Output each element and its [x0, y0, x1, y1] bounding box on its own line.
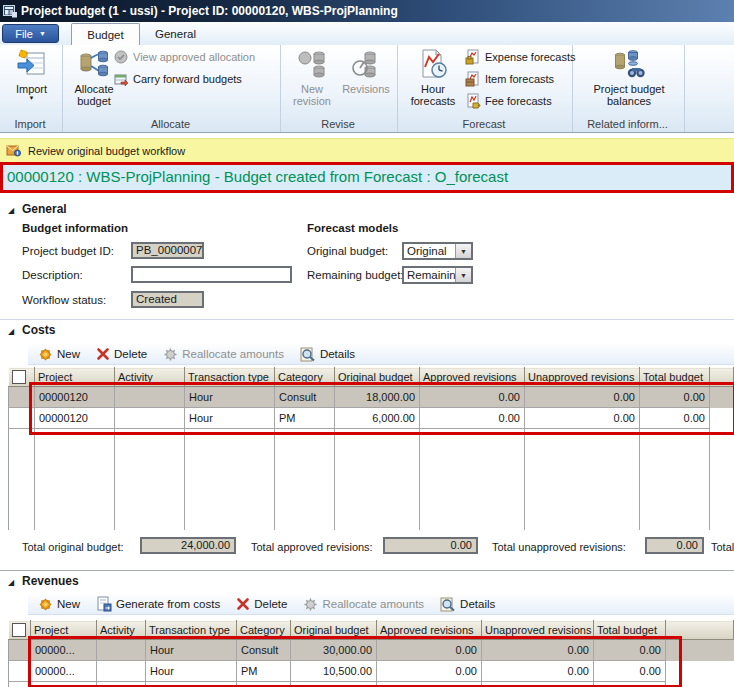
reallocate-amounts-icon: [163, 347, 178, 362]
costs-collapse-icon[interactable]: ◢: [8, 327, 14, 336]
carry-forward-budgets-label: Carry forward budgets: [133, 73, 242, 85]
section-divider: [0, 319, 734, 320]
revenues-section-header[interactable]: Revenues: [22, 574, 79, 588]
column-header-project[interactable]: Project: [31, 621, 97, 640]
workflow-status-label: Workflow status:: [22, 294, 106, 306]
delete-icon: [96, 347, 110, 361]
generate-from-costs-icon: [96, 596, 112, 612]
row-selector[interactable]: [9, 661, 31, 682]
revenues-row-1[interactable]: 00000... HourConsult 30,000.000.00 0.000…: [9, 640, 734, 661]
generate-from-costs-label: Generate from costs: [116, 598, 220, 610]
column-header-unapproved-revisions[interactable]: Unapproved revisions: [482, 621, 594, 640]
revenues-grid[interactable]: Project Activity Transaction type Catego…: [8, 620, 734, 687]
column-header-activity[interactable]: Activity: [97, 621, 146, 640]
column-header-filler: [666, 621, 734, 640]
total-original-budget-field: 24,000.00: [140, 537, 236, 554]
revenues-grid-empty-area[interactable]: [9, 682, 734, 687]
remaining-budget-dropdown-icon[interactable]: ▼: [455, 268, 471, 282]
revenues-row-2[interactable]: 00000... HourPM 10,500.000.00 0.000.00: [9, 661, 734, 682]
total-approved-revisions-label: Total approved revisions:: [251, 541, 373, 553]
costs-section-header[interactable]: Costs: [22, 323, 55, 337]
select-all-checkbox[interactable]: [12, 623, 26, 637]
costs-row-2[interactable]: 00000120 HourPM 6,000.000.00 0.000.00: [9, 408, 734, 429]
revenues-select-all-cell[interactable]: [9, 621, 31, 640]
costs-reallocate-amounts-button[interactable]: Reallocate amounts: [163, 347, 284, 362]
general-section-header[interactable]: General: [22, 202, 67, 216]
costs-grid-empty-area[interactable]: [9, 429, 734, 530]
column-header-category[interactable]: Category: [275, 368, 335, 387]
generate-from-costs-button[interactable]: Generate from costs: [96, 596, 220, 612]
select-all-checkbox[interactable]: [12, 370, 26, 384]
costs-details-button[interactable]: Details: [300, 347, 355, 362]
total-original-budget-label: Total original budget:: [22, 541, 124, 553]
revenues-delete-button[interactable]: Delete: [236, 597, 287, 611]
row-selector[interactable]: [9, 408, 35, 429]
total-clipped-label: Total ap: [711, 541, 734, 553]
revenues-reallocate-amounts-button[interactable]: Reallocate amounts: [303, 597, 424, 612]
total-unapproved-revisions-label: Total unapproved revisions:: [492, 541, 626, 553]
tab-budget[interactable]: Budget: [71, 23, 140, 45]
ribbon-group-forecast: Hour forecasts Expense forecasts: [398, 45, 573, 132]
forecast-models-header: Forecast models: [307, 222, 398, 234]
import-dropdown-icon: ▼: [4, 95, 59, 102]
app-icon: [3, 4, 17, 18]
costs-select-all-cell[interactable]: [9, 368, 35, 387]
item-forecasts-button[interactable]: Item forecasts: [465, 70, 554, 88]
column-header-original-budget[interactable]: Original budget: [335, 368, 420, 387]
column-header-total-budget[interactable]: Total budget: [594, 621, 666, 640]
revenues-new-button[interactable]: New: [38, 597, 80, 612]
view-approved-allocation-icon: [113, 49, 129, 65]
ribbon-group-allocate: Allocate budget View approved allocation…: [63, 45, 281, 132]
column-header-project[interactable]: Project: [35, 368, 115, 387]
costs-new-button[interactable]: New: [38, 347, 80, 362]
original-budget-combo[interactable]: Original ▼: [402, 242, 473, 260]
import-button[interactable]: Import ▼: [4, 48, 59, 102]
revenues-delete-label: Delete: [254, 598, 287, 610]
file-menu-button[interactable]: File ▼: [2, 24, 59, 43]
costs-row-1[interactable]: 00000120 HourConsult 18,000.000.00 0.000…: [9, 387, 734, 408]
costs-reallocate-amounts-label: Reallocate amounts: [182, 348, 284, 360]
column-header-filler: [710, 368, 734, 387]
workflow-status-field: Created: [131, 291, 204, 308]
carry-forward-budgets-button[interactable]: Carry forward budgets: [113, 70, 242, 88]
ribbon: Import ▼ Import: [0, 45, 734, 133]
row-selector[interactable]: [9, 387, 35, 408]
expense-forecasts-button[interactable]: Expense forecasts: [465, 48, 576, 66]
column-header-unapproved-revisions[interactable]: Unapproved revisions: [525, 368, 640, 387]
costs-delete-button[interactable]: Delete: [96, 347, 147, 361]
hour-forecasts-icon: [417, 48, 449, 80]
project-budget-balances-button[interactable]: Project budget balances: [579, 48, 679, 107]
column-header-category[interactable]: Category: [237, 621, 291, 640]
revenues-details-button[interactable]: Details: [440, 597, 495, 612]
budget-caption-bar: 00000120 : WBS-ProjPlanning - Budget cre…: [0, 162, 734, 193]
hour-forecasts-button[interactable]: Hour forecasts: [402, 48, 464, 107]
description-field[interactable]: [131, 266, 292, 283]
revenues-new-label: New: [57, 598, 80, 610]
revisions-button[interactable]: Revisions: [339, 48, 393, 95]
original-budget-dropdown-icon[interactable]: ▼: [455, 244, 471, 258]
section-divider: [0, 570, 734, 571]
costs-grid[interactable]: Project Activity Transaction type Catego…: [8, 367, 734, 530]
item-forecasts-label: Item forecasts: [485, 73, 554, 85]
workflow-notification-bar[interactable]: Review original budget workflow: [0, 138, 734, 162]
remaining-budget-combo[interactable]: Remaining ▼: [402, 266, 473, 284]
column-header-total-budget[interactable]: Total budget: [640, 368, 710, 387]
row-selector[interactable]: [9, 640, 31, 661]
column-header-transaction-type[interactable]: Transaction type: [185, 368, 275, 387]
view-approved-allocation-button[interactable]: View approved allocation: [113, 48, 255, 66]
costs-new-label: New: [57, 348, 80, 360]
column-header-transaction-type[interactable]: Transaction type: [146, 621, 237, 640]
column-header-approved-revisions[interactable]: Approved revisions: [420, 368, 525, 387]
project-budget-id-field[interactable]: PB_0000007: [131, 242, 204, 259]
general-collapse-icon[interactable]: ◢: [8, 206, 14, 215]
tab-general[interactable]: General: [140, 23, 211, 45]
fee-forecasts-icon: [465, 93, 481, 109]
new-revision-button[interactable]: New revision: [286, 48, 338, 107]
new-revision-label: New revision: [286, 83, 338, 107]
revenues-collapse-icon[interactable]: ◢: [8, 578, 14, 587]
fee-forecasts-button[interactable]: Fee forecasts: [465, 92, 552, 110]
column-header-original-budget[interactable]: Original budget: [291, 621, 377, 640]
column-header-activity[interactable]: Activity: [115, 368, 185, 387]
column-header-approved-revisions[interactable]: Approved revisions: [377, 621, 482, 640]
view-approved-allocation-label: View approved allocation: [133, 51, 255, 63]
